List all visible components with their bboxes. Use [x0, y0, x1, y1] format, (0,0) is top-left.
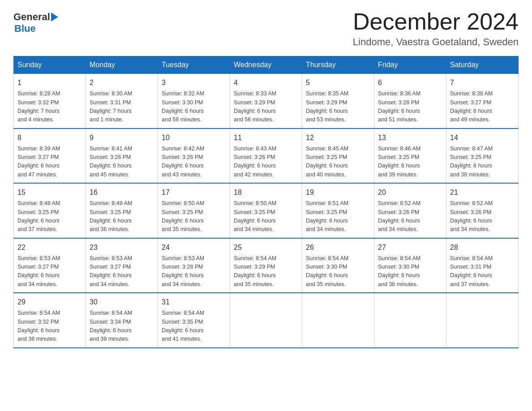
calendar-cell: 4Sunrise: 8:33 AM Sunset: 3:29 PM Daylig… [230, 74, 302, 128]
day-info: Sunrise: 8:46 AM Sunset: 3:25 PM Dayligh… [378, 145, 442, 180]
day-number: 12 [306, 133, 370, 143]
day-number: 21 [450, 187, 515, 198]
calendar-cell: 22Sunrise: 8:53 AM Sunset: 3:27 PM Dayli… [14, 238, 86, 293]
day-number: 7 [450, 77, 515, 88]
day-info: Sunrise: 8:28 AM Sunset: 3:32 PM Dayligh… [17, 90, 82, 124]
day-number: 25 [234, 242, 298, 253]
day-info: Sunrise: 8:54 AM Sunset: 3:34 PM Dayligh… [90, 309, 154, 344]
calendar-cell: 3Sunrise: 8:32 AM Sunset: 3:30 PM Daylig… [158, 74, 230, 128]
logo-general-text: General [13, 11, 50, 23]
calendar-table: SundayMondayTuesdayWednesdayThursdayFrid… [13, 56, 519, 348]
location-title: Lindome, Vaestra Goetaland, Sweden [353, 36, 519, 48]
day-info: Sunrise: 8:30 AM Sunset: 3:31 PM Dayligh… [90, 90, 154, 124]
calendar-cell: 31Sunrise: 8:54 AM Sunset: 3:35 PM Dayli… [158, 293, 230, 348]
calendar-cell: 6Sunrise: 8:36 AM Sunset: 3:28 PM Daylig… [374, 74, 446, 128]
day-number: 15 [17, 187, 82, 198]
day-number: 13 [378, 133, 442, 143]
day-info: Sunrise: 8:41 AM Sunset: 3:26 PM Dayligh… [90, 145, 154, 180]
day-number: 1 [17, 77, 82, 88]
day-number: 14 [450, 133, 515, 143]
day-number: 23 [90, 242, 154, 253]
day-number: 29 [17, 297, 82, 308]
calendar-cell: 23Sunrise: 8:53 AM Sunset: 3:27 PM Dayli… [86, 238, 158, 293]
day-info: Sunrise: 8:33 AM Sunset: 3:29 PM Dayligh… [234, 90, 298, 124]
day-info: Sunrise: 8:52 AM Sunset: 3:26 PM Dayligh… [378, 199, 442, 234]
header-monday: Monday [86, 56, 158, 74]
calendar-cell: 26Sunrise: 8:54 AM Sunset: 3:30 PM Dayli… [302, 238, 374, 293]
day-number: 28 [450, 242, 515, 253]
header-friday: Friday [374, 56, 446, 74]
day-info: Sunrise: 8:48 AM Sunset: 3:25 PM Dayligh… [17, 199, 82, 234]
day-number: 11 [234, 133, 298, 143]
calendar-week-2: 8Sunrise: 8:39 AM Sunset: 3:27 PM Daylig… [14, 128, 519, 184]
header-wednesday: Wednesday [230, 56, 302, 74]
calendar-cell: 28Sunrise: 8:54 AM Sunset: 3:31 PM Dayli… [446, 238, 519, 293]
calendar-cell: 29Sunrise: 8:54 AM Sunset: 3:32 PM Dayli… [14, 293, 86, 348]
day-info: Sunrise: 8:45 AM Sunset: 3:25 PM Dayligh… [306, 145, 370, 180]
day-info: Sunrise: 8:35 AM Sunset: 3:29 PM Dayligh… [306, 90, 370, 124]
calendar-cell: 27Sunrise: 8:54 AM Sunset: 3:30 PM Dayli… [374, 238, 446, 293]
day-info: Sunrise: 8:43 AM Sunset: 3:26 PM Dayligh… [234, 145, 298, 180]
header-sunday: Sunday [14, 56, 86, 74]
calendar-cell: 25Sunrise: 8:54 AM Sunset: 3:29 PM Dayli… [230, 238, 302, 293]
day-number: 5 [306, 77, 370, 88]
day-info: Sunrise: 8:52 AM Sunset: 3:26 PM Dayligh… [450, 199, 515, 234]
day-info: Sunrise: 8:54 AM Sunset: 3:32 PM Dayligh… [17, 309, 82, 344]
day-number: 17 [162, 187, 226, 198]
header-thursday: Thursday [302, 56, 374, 74]
calendar-cell [374, 293, 446, 348]
day-number: 18 [234, 187, 298, 198]
day-number: 10 [162, 133, 226, 143]
calendar-cell: 30Sunrise: 8:54 AM Sunset: 3:34 PM Dayli… [86, 293, 158, 348]
calendar-cell [446, 293, 519, 348]
calendar-body: 1Sunrise: 8:28 AM Sunset: 3:32 PM Daylig… [14, 74, 519, 348]
day-number: 8 [17, 133, 82, 143]
day-number: 19 [306, 187, 370, 198]
day-info: Sunrise: 8:32 AM Sunset: 3:30 PM Dayligh… [162, 90, 226, 124]
calendar-cell: 9Sunrise: 8:41 AM Sunset: 3:26 PM Daylig… [86, 128, 158, 184]
calendar-cell: 1Sunrise: 8:28 AM Sunset: 3:32 PM Daylig… [14, 74, 86, 128]
logo-blue-text: Blue [14, 23, 36, 34]
day-info: Sunrise: 8:49 AM Sunset: 3:25 PM Dayligh… [90, 199, 154, 234]
calendar-cell: 20Sunrise: 8:52 AM Sunset: 3:26 PM Dayli… [374, 183, 446, 238]
calendar-cell: 11Sunrise: 8:43 AM Sunset: 3:26 PM Dayli… [230, 128, 302, 184]
day-info: Sunrise: 8:50 AM Sunset: 3:25 PM Dayligh… [162, 199, 226, 234]
day-info: Sunrise: 8:38 AM Sunset: 3:27 PM Dayligh… [450, 90, 515, 124]
day-number: 3 [162, 77, 226, 88]
calendar-cell: 17Sunrise: 8:50 AM Sunset: 3:25 PM Dayli… [158, 183, 230, 238]
day-number: 20 [378, 187, 442, 198]
calendar-cell: 19Sunrise: 8:51 AM Sunset: 3:25 PM Dayli… [302, 183, 374, 238]
calendar-cell: 14Sunrise: 8:47 AM Sunset: 3:25 PM Dayli… [446, 128, 519, 184]
header-tuesday: Tuesday [158, 56, 230, 74]
calendar-cell: 2Sunrise: 8:30 AM Sunset: 3:31 PM Daylig… [86, 74, 158, 128]
calendar-cell: 5Sunrise: 8:35 AM Sunset: 3:29 PM Daylig… [302, 74, 374, 128]
calendar-cell: 24Sunrise: 8:53 AM Sunset: 3:28 PM Dayli… [158, 238, 230, 293]
calendar-cell: 7Sunrise: 8:38 AM Sunset: 3:27 PM Daylig… [446, 74, 519, 128]
day-number: 2 [90, 77, 154, 88]
calendar-cell: 21Sunrise: 8:52 AM Sunset: 3:26 PM Dayli… [446, 183, 519, 238]
day-info: Sunrise: 8:54 AM Sunset: 3:30 PM Dayligh… [306, 254, 370, 289]
day-number: 4 [234, 77, 298, 88]
day-info: Sunrise: 8:50 AM Sunset: 3:25 PM Dayligh… [234, 199, 298, 234]
day-number: 6 [378, 77, 442, 88]
calendar-header: SundayMondayTuesdayWednesdayThursdayFrid… [14, 56, 519, 74]
calendar-cell: 10Sunrise: 8:42 AM Sunset: 3:26 PM Dayli… [158, 128, 230, 184]
day-info: Sunrise: 8:53 AM Sunset: 3:28 PM Dayligh… [162, 254, 226, 289]
calendar-week-4: 22Sunrise: 8:53 AM Sunset: 3:27 PM Dayli… [14, 238, 519, 293]
day-number: 31 [162, 297, 226, 308]
day-info: Sunrise: 8:53 AM Sunset: 3:27 PM Dayligh… [17, 254, 82, 289]
calendar-week-5: 29Sunrise: 8:54 AM Sunset: 3:32 PM Dayli… [14, 293, 519, 348]
calendar-cell: 15Sunrise: 8:48 AM Sunset: 3:25 PM Dayli… [14, 183, 86, 238]
calendar-cell: 8Sunrise: 8:39 AM Sunset: 3:27 PM Daylig… [14, 128, 86, 184]
day-info: Sunrise: 8:51 AM Sunset: 3:25 PM Dayligh… [306, 199, 370, 234]
calendar-week-1: 1Sunrise: 8:28 AM Sunset: 3:32 PM Daylig… [14, 74, 519, 128]
calendar-cell: 13Sunrise: 8:46 AM Sunset: 3:25 PM Dayli… [374, 128, 446, 184]
month-title: December 2024 [353, 9, 519, 34]
day-number: 27 [378, 242, 442, 253]
day-info: Sunrise: 8:54 AM Sunset: 3:35 PM Dayligh… [162, 309, 226, 344]
day-info: Sunrise: 8:54 AM Sunset: 3:29 PM Dayligh… [234, 254, 298, 289]
day-info: Sunrise: 8:54 AM Sunset: 3:31 PM Dayligh… [450, 254, 515, 289]
day-number: 9 [90, 133, 154, 143]
logo: General Blue [13, 9, 59, 34]
calendar-cell: 16Sunrise: 8:49 AM Sunset: 3:25 PM Dayli… [86, 183, 158, 238]
